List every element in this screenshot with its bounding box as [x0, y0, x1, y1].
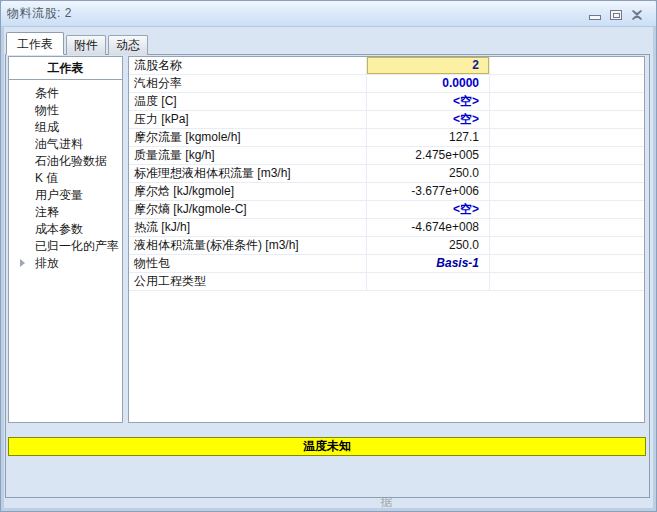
sidebar-item-petroleum-assay[interactable]: 石油化验数据	[9, 153, 122, 170]
sidebar-header: 工作表	[8, 56, 123, 80]
tab-bar: 工作表 附件 动态	[6, 32, 150, 55]
close-icon[interactable]	[631, 10, 643, 20]
row-label: 物性包	[129, 255, 366, 272]
std-ideal-liq-vol-flow-cell[interactable]: 250.0	[366, 165, 490, 182]
row-label: 质量流量 [kg/h]	[129, 147, 366, 164]
expand-triangle-icon[interactable]	[20, 259, 25, 267]
row-filler	[490, 201, 644, 218]
row-label: 液相体积流量(标准条件) [m3/h]	[129, 237, 366, 254]
row-filler	[490, 111, 644, 128]
row-filler	[490, 129, 644, 146]
tab-worksheet[interactable]: 工作表	[6, 32, 64, 55]
tab-attachments[interactable]: 附件	[66, 35, 106, 55]
worksheet-table: 流股名称 2 汽相分率 0.0000 温度 [C] <空> 压力 [kPa] <…	[128, 56, 645, 423]
table-row: 质量流量 [kg/h] 2.475e+005	[129, 147, 644, 165]
table-row: 摩尔熵 [kJ/kgmole-C] <空>	[129, 201, 644, 219]
window-title: 物料流股: 2	[7, 1, 72, 26]
row-label: 温度 [C]	[129, 93, 366, 110]
table-row: 标准理想液相体积流量 [m3/h] 250.0	[129, 165, 644, 183]
molar-entropy-cell[interactable]: <空>	[366, 201, 490, 218]
table-row: 公用工程类型	[129, 273, 644, 291]
row-filler	[490, 183, 644, 200]
row-label: 公用工程类型	[129, 273, 366, 290]
fluid-package-cell[interactable]: Basis-1	[366, 255, 490, 272]
row-filler	[490, 147, 644, 164]
minimize-icon[interactable]	[589, 15, 601, 20]
row-filler	[490, 75, 644, 92]
titlebar: 物料流股: 2	[1, 1, 656, 27]
table-row: 摩尔流量 [kgmole/h] 127.1	[129, 129, 644, 147]
row-filler	[490, 219, 644, 236]
status-bar: 温度未知	[8, 437, 646, 456]
table-row: 压力 [kPa] <空>	[129, 111, 644, 129]
sidebar-list: 条件 物性 组成 油气进料 石油化验数据 K 值 用户变量 注释 成本参数 已归…	[8, 79, 123, 423]
sidebar-item-oil-gas-feed[interactable]: 油气进料	[9, 136, 122, 153]
row-label: 流股名称	[129, 57, 366, 74]
stream-name-cell[interactable]: 2	[366, 57, 490, 74]
temperature-cell[interactable]: <空>	[366, 93, 490, 110]
row-filler	[490, 57, 644, 74]
sidebar-item-properties[interactable]: 物性	[9, 102, 122, 119]
sidebar-item-normalized-yields[interactable]: 已归一化的产率	[9, 238, 122, 255]
tab-dynamics[interactable]: 动态	[108, 35, 148, 55]
table-row: 流股名称 2	[129, 57, 644, 75]
sidebar-item-composition[interactable]: 组成	[9, 119, 122, 136]
utility-type-cell[interactable]	[366, 273, 490, 290]
pressure-cell[interactable]: <空>	[366, 111, 490, 128]
heat-flow-cell[interactable]: -4.674e+008	[366, 219, 490, 236]
row-label: 摩尔焓 [kJ/kgmole]	[129, 183, 366, 200]
row-label: 标准理想液相体积流量 [m3/h]	[129, 165, 366, 182]
table-row: 热流 [kJ/h] -4.674e+008	[129, 219, 644, 237]
table-row: 液相体积流量(标准条件) [m3/h] 250.0	[129, 237, 644, 255]
row-label: 热流 [kJ/h]	[129, 219, 366, 236]
row-label: 摩尔流量 [kgmole/h]	[129, 129, 366, 146]
table-row: 汽相分率 0.0000	[129, 75, 644, 93]
sidebar-item-label: 排放	[35, 256, 59, 270]
row-filler	[490, 255, 644, 272]
row-filler	[490, 93, 644, 110]
row-label: 摩尔熵 [kJ/kgmole-C]	[129, 201, 366, 218]
row-filler	[490, 165, 644, 182]
mass-flow-cell[interactable]: 2.475e+005	[366, 147, 490, 164]
window-controls	[589, 10, 643, 20]
row-filler	[490, 237, 644, 254]
row-filler	[490, 273, 644, 290]
sidebar-item-cost-parameters[interactable]: 成本参数	[9, 221, 122, 238]
row-label: 汽相分率	[129, 75, 366, 92]
restore-icon[interactable]	[610, 10, 622, 20]
sidebar-item-notes[interactable]: 注释	[9, 204, 122, 221]
liq-vol-flow-std-cond-cell[interactable]: 250.0	[366, 237, 490, 254]
molar-flow-cell[interactable]: 127.1	[366, 129, 490, 146]
table-row: 摩尔焓 [kJ/kgmole] -3.677e+006	[129, 183, 644, 201]
molar-enthalpy-cell[interactable]: -3.677e+006	[366, 183, 490, 200]
table-row: 温度 [C] <空>	[129, 93, 644, 111]
vapour-fraction-cell[interactable]: 0.0000	[366, 75, 490, 92]
stream-window: 物料流股: 2 工作表 附件 动态 工作表 条件 物性 组成 油气进料 石油化验…	[0, 0, 657, 512]
sidebar-item-conditions[interactable]: 条件	[9, 85, 122, 102]
sidebar-item-emissions[interactable]: 排放	[9, 255, 122, 272]
sidebar-item-k-value[interactable]: K 值	[9, 170, 122, 187]
row-label: 压力 [kPa]	[129, 111, 366, 128]
table-row: 物性包 Basis-1	[129, 255, 644, 273]
sidebar-item-user-variables[interactable]: 用户变量	[9, 187, 122, 204]
